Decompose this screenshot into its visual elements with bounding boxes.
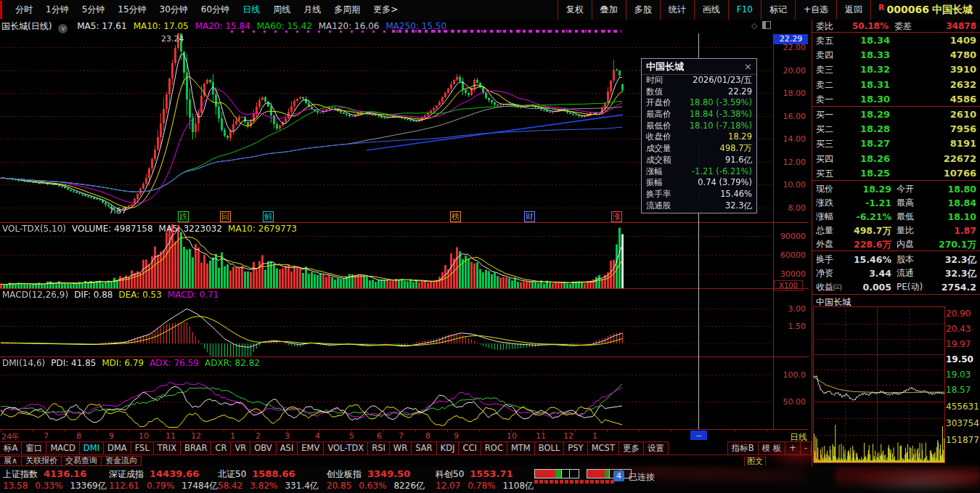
dmi-chart[interactable] xyxy=(0,358,773,429)
period-item-月线[interactable]: 月线 xyxy=(297,4,327,16)
tool-button-多股[interactable]: 多股 xyxy=(626,0,660,20)
event-marker-回[interactable]: 回 xyxy=(220,211,231,222)
diamond-icon[interactable]: ◇ xyxy=(751,21,757,30)
popup-row-最低价: 最低价18.10 (-7.18%) xyxy=(642,121,756,132)
tab-right-指标B[interactable]: 指标B xyxy=(727,441,759,455)
ask-row-卖三: 卖三18.323910 xyxy=(812,62,980,77)
bottom-tab-资金流向[interactable]: 资金流向 xyxy=(101,456,142,466)
index-amount: 1108亿 xyxy=(502,481,534,491)
pane-header-text: MDI: 6.79 xyxy=(102,358,144,368)
indicator-tab-ASI[interactable]: ASI xyxy=(276,441,298,455)
stat-row-收益㈢: 收益㈢0.005PE(动)2754.2 xyxy=(812,280,980,294)
event-marker-解[interactable]: 解 xyxy=(263,211,274,222)
tool-button-+自选[interactable]: +自选 xyxy=(795,0,836,20)
indicator-tab-PSY[interactable]: PSY xyxy=(563,441,587,455)
tool-button-统计[interactable]: 统计 xyxy=(660,0,694,20)
tool-button-F10[interactable]: F10 xyxy=(728,0,761,20)
tool-button-返回[interactable]: 返回 xyxy=(836,0,871,20)
chevron-down-icon[interactable]: v xyxy=(58,24,68,33)
indicator-tab-KDJ[interactable]: KDJ xyxy=(436,441,460,455)
period-item-5分钟[interactable]: 5分钟 xyxy=(75,4,112,16)
indicator-tab-bar: 标A窗口MACDDMIDMAFSLTRIXBRARCRVROBVASIEMVVO… xyxy=(0,441,812,455)
tab-right--[interactable]: - xyxy=(800,441,812,455)
ask-row-卖二: 卖二18.312632 xyxy=(812,78,980,92)
tab-right-模 板[interactable]: 模 板 xyxy=(758,441,786,455)
graphic-badge[interactable]: 图文 xyxy=(744,457,766,467)
pane-header-text: MACD(12,26,9) xyxy=(2,290,68,300)
index-pct: 0.78% xyxy=(467,481,495,491)
indicator-tab-WR[interactable]: WR xyxy=(389,441,412,455)
bottom-tab-关联报价[interactable]: 关联报价 xyxy=(21,456,62,466)
stat-value: 0.005 xyxy=(845,280,891,294)
indicator-tab-FSL[interactable]: FSL xyxy=(131,441,154,455)
event-marker-跌[interactable]: 跌 xyxy=(178,211,189,222)
stat-label: 涨幅 xyxy=(816,210,845,224)
index-quote-深证成指[interactable]: 深证成指14439.66 xyxy=(109,468,199,481)
stat-value: 18.10 xyxy=(914,210,976,224)
period-item-60分钟[interactable]: 60分钟 xyxy=(195,4,236,16)
index-quote-北证50[interactable]: 北证501588.66 xyxy=(218,468,295,481)
event-marker-榜[interactable]: 榜 xyxy=(450,211,461,222)
stat-label: 最高 xyxy=(897,196,914,210)
stat-row-换手: 换手15.46%股本32.3亿 xyxy=(812,253,980,266)
indicator-tab-MACD[interactable]: MACD xyxy=(46,441,79,455)
y-axis-tick: 12.00 xyxy=(774,158,806,167)
period-item-分时[interactable]: 分时 xyxy=(9,4,39,16)
indicator-tab-ROC[interactable]: ROC xyxy=(481,441,507,455)
indicator-tab-DMA[interactable]: DMA xyxy=(103,441,131,455)
x-axis-label: 11 xyxy=(166,431,176,441)
bottom-tab-展∧[interactable]: 展∧ xyxy=(0,456,22,466)
indicator-tab-CCI[interactable]: CCI xyxy=(458,441,481,455)
indicator-tab-DMI[interactable]: DMI xyxy=(79,441,104,455)
index-change-北证50: 58.423.82%331.4亿 xyxy=(218,480,319,492)
period-item-更多>[interactable]: 更多> xyxy=(367,4,404,16)
order-price: 18.33 xyxy=(842,48,890,62)
period-item-周线[interactable]: 周线 xyxy=(266,4,297,16)
indicator-tab-TRIX[interactable]: TRIX xyxy=(153,441,181,455)
close-icon[interactable]: × xyxy=(744,59,752,74)
intraday-mini-chart[interactable] xyxy=(813,306,945,463)
stat-value: 228.6万 xyxy=(845,237,891,251)
indicator-tab-EMV[interactable]: EMV xyxy=(297,441,324,455)
index-quote-创业板指[interactable]: 创业板指3349.50 xyxy=(327,468,410,481)
indicator-tab-VOL-TDX[interactable]: VOL-TDX xyxy=(323,441,368,455)
period-item-1分钟[interactable]: 1分钟 xyxy=(39,4,75,16)
connection-count-badge[interactable]: 4 xyxy=(613,470,624,481)
indicator-tab-RSI[interactable]: RSI xyxy=(367,441,390,455)
tool-button-叠加[interactable]: 叠加 xyxy=(592,0,626,20)
event-marker-财[interactable]: 财 xyxy=(524,211,535,222)
indicator-tab-BRAR[interactable]: BRAR xyxy=(180,441,211,455)
popup-row-value: 498.7万 xyxy=(720,143,752,155)
stat-value: 18.29 xyxy=(845,182,891,196)
event-marker-涨[interactable]: 涨 xyxy=(611,211,622,222)
y-axis-tick: 1.50 xyxy=(774,322,806,331)
period-item-30分钟[interactable]: 30分钟 xyxy=(153,4,195,16)
quote-stats-secondary: 换手15.46%股本32.3亿净资3.44流通32.3亿收益㈢0.005PE(动… xyxy=(812,253,980,295)
bottom-tab-交易查询[interactable]: 交易查询 xyxy=(61,456,102,466)
indicator-tab-OBV[interactable]: OBV xyxy=(250,441,276,455)
window-layout-icon[interactable] xyxy=(762,21,771,29)
indicator-tab-VR[interactable]: VR xyxy=(230,441,250,455)
indicator-tab-标A[interactable]: 标A xyxy=(0,441,22,455)
indicator-tab-BOLL[interactable]: BOLL xyxy=(534,441,565,455)
tool-button-标记[interactable]: 标记 xyxy=(761,0,795,20)
indicator-tab-窗口[interactable]: 窗口 xyxy=(21,441,46,455)
index-quote-科创50[interactable]: 科创501553.71 xyxy=(436,468,513,481)
index-quote-上证指数[interactable]: 上证指数4136.16 xyxy=(3,468,86,481)
indicator-tab-更多[interactable]: 更多 xyxy=(618,441,644,455)
period-item-多周期[interactable]: 多周期 xyxy=(327,4,367,16)
indicator-tab-设置[interactable]: 设置 xyxy=(643,441,669,455)
indicator-tab-MTM[interactable]: MTM xyxy=(507,441,535,455)
indicator-tab-CR[interactable]: CR xyxy=(211,441,231,455)
tool-button-画线[interactable]: 画线 xyxy=(694,0,728,20)
period-item-15分钟[interactable]: 15分钟 xyxy=(111,4,152,16)
indicator-tab-MCST[interactable]: MCST xyxy=(587,441,619,455)
indicator-tab-SAR[interactable]: SAR xyxy=(411,441,436,455)
popup-row-value: 0.74 (3.79%) xyxy=(698,177,752,189)
period-item-日线[interactable]: 日线 xyxy=(236,4,266,16)
tab-right-+[interactable]: + xyxy=(785,441,801,455)
chart-area[interactable]: 国长城(日线)v MA5: 17.61MA10: 17.05MA20: 15.8… xyxy=(0,20,812,466)
tool-button-复权[interactable]: 复权 xyxy=(558,0,592,20)
y-axis-tick: 16.00 xyxy=(774,112,806,121)
popup-title: × 中国长城 xyxy=(642,59,756,75)
